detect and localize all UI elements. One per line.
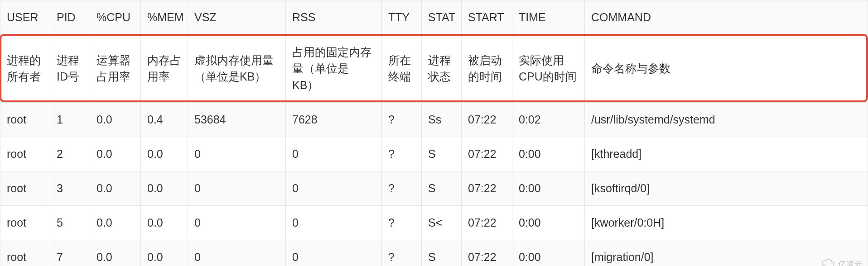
col-header-start: START <box>462 0 512 35</box>
cell-mem: 0.0 <box>141 240 188 266</box>
cell-cpu: 0.0 <box>90 240 141 266</box>
cell-vsz: 53684 <box>188 102 286 137</box>
cell-pid: 1 <box>50 102 90 137</box>
cell-tty: ? <box>382 137 422 171</box>
cell-mem: 0.0 <box>141 171 188 205</box>
cell-vsz: 0 <box>188 171 286 205</box>
col-desc-vsz: 虚拟内存使用量（单位是KB） <box>188 35 286 103</box>
cell-stat: S <box>422 171 462 205</box>
cell-rss: 0 <box>286 205 382 240</box>
cell-stat: S <box>422 137 462 171</box>
cell-stat: S <box>422 240 462 266</box>
cell-cpu: 0.0 <box>90 137 141 171</box>
cell-tty: ? <box>382 205 422 240</box>
cell-rss: 0 <box>286 137 382 171</box>
cell-time: 0:00 <box>512 137 585 171</box>
cell-tty: ? <box>382 102 422 137</box>
header-row: USERPID%CPU%MEMVSZRSSTTYSTATSTARTTIMECOM… <box>0 0 868 35</box>
table-row: root30.00.000?S07:220:00[ksoftirqd/0] <box>0 171 868 205</box>
col-desc-command: 命令名称与参数 <box>585 35 868 103</box>
col-header-pid: PID <box>50 0 90 35</box>
description-row: 进程的所有者进程ID号运算器占用率内存占用率虚拟内存使用量（单位是KB）占用的固… <box>0 35 868 103</box>
col-header-stat: STAT <box>422 0 462 35</box>
col-desc-stat: 进程状态 <box>422 35 462 103</box>
cell-start: 07:22 <box>462 205 512 240</box>
cell-stat: S< <box>422 205 462 240</box>
table-row: root50.00.000?S<07:220:00[kworker/0:0H] <box>0 205 868 240</box>
cell-user: root <box>0 205 50 240</box>
cell-time: 0:02 <box>512 102 585 137</box>
cell-pid: 7 <box>50 240 90 266</box>
cell-rss: 7628 <box>286 102 382 137</box>
cell-command: [kthreadd] <box>585 137 868 171</box>
cell-pid: 3 <box>50 171 90 205</box>
col-header-vsz: VSZ <box>188 0 286 35</box>
table-container: USERPID%CPU%MEMVSZRSSTTYSTATSTARTTIMECOM… <box>0 0 868 266</box>
cell-mem: 0.0 <box>141 205 188 240</box>
col-header-mem: %MEM <box>141 0 188 35</box>
cell-user: root <box>0 240 50 266</box>
cell-vsz: 0 <box>188 240 286 266</box>
cell-start: 07:22 <box>462 137 512 171</box>
cell-command: [kworker/0:0H] <box>585 205 868 240</box>
cell-rss: 0 <box>286 171 382 205</box>
col-header-user: USER <box>0 0 50 35</box>
cell-command: [ksoftirqd/0] <box>585 171 868 205</box>
cell-command: /usr/lib/systemd/systemd <box>585 102 868 137</box>
cell-tty: ? <box>382 240 422 266</box>
col-desc-tty: 所在终端 <box>382 35 422 103</box>
cell-vsz: 0 <box>188 137 286 171</box>
cell-cpu: 0.0 <box>90 102 141 137</box>
col-desc-mem: 内存占用率 <box>141 35 188 103</box>
cell-time: 0:00 <box>512 205 585 240</box>
col-desc-time: 实际使用CPU的时间 <box>512 35 585 103</box>
cell-pid: 5 <box>50 205 90 240</box>
cell-stat: Ss <box>422 102 462 137</box>
cell-time: 0:00 <box>512 171 585 205</box>
cell-user: root <box>0 171 50 205</box>
col-desc-cpu: 运算器占用率 <box>90 35 141 103</box>
col-desc-start: 被启动的时间 <box>462 35 512 103</box>
table-row: root70.00.000?S07:220:00[migration/0] <box>0 240 868 266</box>
col-header-cpu: %CPU <box>90 0 141 35</box>
process-table: USERPID%CPU%MEMVSZRSSTTYSTATSTARTTIMECOM… <box>0 0 868 266</box>
col-header-time: TIME <box>512 0 585 35</box>
cell-mem: 0.0 <box>141 137 188 171</box>
col-header-tty: TTY <box>382 0 422 35</box>
cell-tty: ? <box>382 171 422 205</box>
cell-vsz: 0 <box>188 205 286 240</box>
cell-user: root <box>0 102 50 137</box>
cell-cpu: 0.0 <box>90 171 141 205</box>
cell-start: 07:22 <box>462 102 512 137</box>
col-desc-rss: 占用的固定内存量（单位是KB） <box>286 35 382 103</box>
table-row: root20.00.000?S07:220:00[kthreadd] <box>0 137 868 171</box>
table-row: root10.00.4536847628?Ss07:220:02/usr/lib… <box>0 102 868 137</box>
cell-start: 07:22 <box>462 171 512 205</box>
cell-command: [migration/0] <box>585 240 868 266</box>
cell-rss: 0 <box>286 240 382 266</box>
cell-pid: 2 <box>50 137 90 171</box>
col-header-rss: RSS <box>286 0 382 35</box>
cell-cpu: 0.0 <box>90 205 141 240</box>
cell-start: 07:22 <box>462 240 512 266</box>
col-desc-pid: 进程ID号 <box>50 35 90 103</box>
cell-time: 0:00 <box>512 240 585 266</box>
cell-user: root <box>0 137 50 171</box>
col-desc-user: 进程的所有者 <box>0 35 50 103</box>
cell-mem: 0.4 <box>141 102 188 137</box>
col-header-command: COMMAND <box>585 0 868 35</box>
